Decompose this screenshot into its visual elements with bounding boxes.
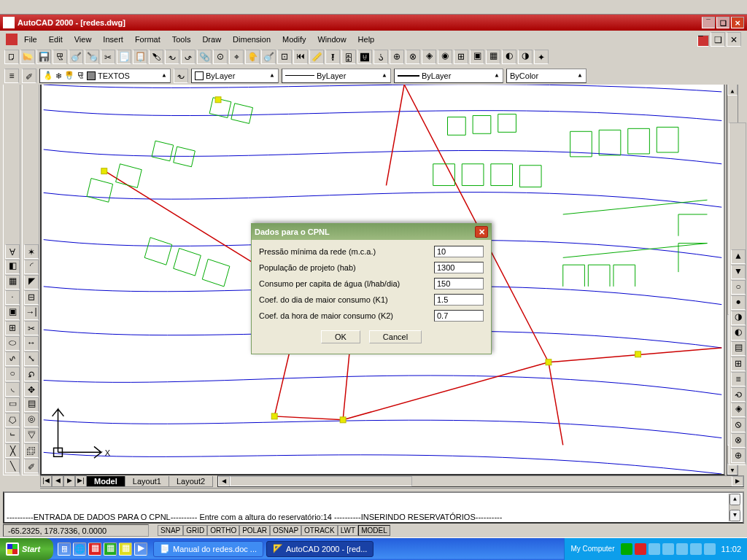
horizontal-scrollbar[interactable]: ◀ ▶ (217, 476, 744, 488)
print-icon[interactable]: 🖨 (53, 50, 67, 64)
layer-prev-icon[interactable]: ↶ (174, 69, 188, 83)
command-scrollbar[interactable]: ▲ ▼ (729, 494, 740, 521)
scroll-right-icon[interactable]: ▶ (732, 477, 743, 487)
toggle-ortho[interactable]: ORTHO (207, 525, 239, 536)
dbconnect-icon[interactable]: 🗄 (341, 50, 356, 64)
dialog-close-icon[interactable]: ✕ (475, 226, 488, 238)
menu-view[interactable]: View (69, 34, 97, 45)
dialog-title-bar[interactable]: Dados para o CPNL ✕ (252, 224, 491, 240)
menu-dimension[interactable]: Dimension (228, 34, 276, 45)
mdi-min-icon[interactable]: _ (697, 35, 709, 47)
layer-dropdown[interactable]: 💡❄🔒🖨 TEXTOS (39, 69, 171, 83)
toggle-polar[interactable]: POLAR (239, 525, 270, 536)
tool-icon[interactable]: ▲ (731, 265, 746, 279)
zoom-prev-icon[interactable]: ⏮ (293, 50, 308, 64)
toggle-snap[interactable]: SNAP (158, 525, 183, 536)
array-icon[interactable]: ▤ (24, 397, 39, 412)
maximize-icon[interactable]: ❐ (716, 17, 729, 28)
menu-edit[interactable]: Edit (44, 34, 68, 45)
explode-icon[interactable]: ✶ (24, 244, 39, 259)
tray-icon[interactable] (635, 543, 646, 555)
undo-icon[interactable]: ↶ (165, 50, 179, 64)
trim-icon[interactable]: ✂ (24, 321, 39, 335)
ql-icon[interactable]: 🌐 (73, 542, 86, 556)
mdi-close-icon[interactable]: ✕ (727, 32, 741, 47)
scroll-up-icon[interactable]: ▲ (729, 510, 740, 521)
tab-last-icon[interactable]: ▶| (75, 476, 87, 488)
tool-icon[interactable]: ⊕ (390, 50, 404, 64)
break-icon[interactable]: ⊟ (24, 290, 39, 305)
redo-icon[interactable]: ↷ (181, 50, 196, 64)
start-button[interactable]: Start (0, 538, 53, 560)
tool-icon[interactable]: ✦ (534, 50, 549, 64)
make-layer-icon[interactable]: ✎ (22, 69, 36, 83)
circle-icon[interactable]: ○ (5, 367, 20, 381)
cancel-button[interactable]: Cancel (369, 330, 422, 343)
taskbar-task-active[interactable]: 📐AutoCAD 2000 - [red... (266, 541, 374, 557)
app-icon[interactable] (6, 34, 18, 45)
ql-icon[interactable]: ▦ (88, 542, 101, 556)
tool-icon[interactable]: ◐ (502, 50, 516, 64)
tab-layout1[interactable]: Layout1 (125, 476, 169, 487)
tray-icon[interactable] (704, 543, 716, 555)
lineweight-dropdown[interactable]: ByLayer (394, 69, 503, 83)
k2-input[interactable] (434, 310, 484, 322)
plotstyle-dropdown[interactable]: ByColor (506, 69, 587, 83)
menu-tools[interactable]: Tools (167, 34, 196, 45)
ql-icon[interactable]: 🖥 (58, 542, 71, 556)
menu-modify[interactable]: Modify (277, 34, 311, 45)
find-icon[interactable]: 🔎 (85, 50, 99, 64)
polygon-icon[interactable]: ⬠ (5, 413, 20, 427)
hatch-icon[interactable]: ▦ (5, 275, 20, 289)
tab-layout2[interactable]: Layout2 (169, 476, 213, 487)
toggle-otrack[interactable]: OTRACK (301, 525, 338, 536)
taskbar-task[interactable]: 📄Manual do redes.doc ... (153, 541, 263, 557)
tray-icon[interactable] (662, 543, 674, 555)
tool-icon[interactable]: ▣ (470, 50, 484, 64)
tool-icon[interactable]: ⊗ (731, 433, 746, 448)
scroll-down-icon[interactable]: ▼ (729, 494, 740, 505)
tool-icon[interactable]: ◈ (422, 50, 436, 64)
line-icon[interactable]: ╱ (5, 459, 20, 473)
point-icon[interactable]: · (5, 290, 20, 305)
fillet-icon[interactable]: ◟ (24, 260, 39, 274)
preview-icon[interactable]: 🔍 (69, 50, 83, 64)
open-icon[interactable]: 📂 (20, 50, 35, 64)
command-window[interactable]: ----------ENTRADA DE DADOS PARA O CPNL--… (3, 491, 744, 524)
tool-icon[interactable]: ▤ (731, 341, 746, 356)
minimize-icon[interactable]: _ (702, 17, 715, 28)
scale-icon[interactable]: ⤢ (24, 351, 39, 366)
menu-help[interactable]: Help (353, 34, 380, 45)
consumo-input[interactable] (434, 278, 484, 289)
menu-insert[interactable]: Insert (98, 34, 128, 45)
scroll-left-icon[interactable]: ◀ (218, 477, 230, 487)
tab-first-icon[interactable]: |◀ (40, 476, 52, 488)
region-icon[interactable]: ◧ (5, 260, 20, 274)
tray-icon[interactable] (676, 543, 688, 555)
layer-properties-icon[interactable]: ≡ (4, 69, 19, 83)
rectangle-icon[interactable]: ▭ (5, 397, 20, 412)
chamfer-icon[interactable]: ◣ (24, 275, 39, 289)
cut-icon[interactable]: ✂ (101, 50, 115, 64)
hyperlink-icon[interactable]: 🔗 (197, 50, 212, 64)
pressao-input[interactable] (434, 246, 484, 257)
ellipse-icon[interactable]: ⬭ (5, 336, 20, 351)
tab-prev-icon[interactable]: ◀ (52, 476, 63, 488)
text-icon[interactable]: A (5, 244, 20, 259)
tab-next-icon[interactable]: ▶ (63, 476, 75, 488)
tool-icon[interactable]: ◑ (731, 311, 746, 325)
tab-model[interactable]: Model (86, 476, 125, 487)
stretch-icon[interactable]: ↔ (24, 336, 39, 351)
move-icon[interactable]: ✥ (24, 382, 39, 397)
ok-button[interactable]: OK (321, 330, 360, 343)
insert-icon[interactable]: ⊞ (5, 321, 20, 335)
scroll-thumb[interactable] (230, 477, 412, 487)
tray-icon[interactable] (690, 543, 702, 555)
tool-icon[interactable]: ⊗ (406, 50, 420, 64)
ql-icon[interactable]: ▦ (104, 542, 117, 556)
mirror-icon[interactable]: ⧋ (24, 428, 39, 443)
toggle-grid[interactable]: GRID (183, 525, 207, 536)
menu-window[interactable]: Window (312, 34, 351, 45)
populacao-input[interactable] (434, 262, 484, 273)
scroll-down-icon[interactable]: ▼ (727, 84, 738, 96)
